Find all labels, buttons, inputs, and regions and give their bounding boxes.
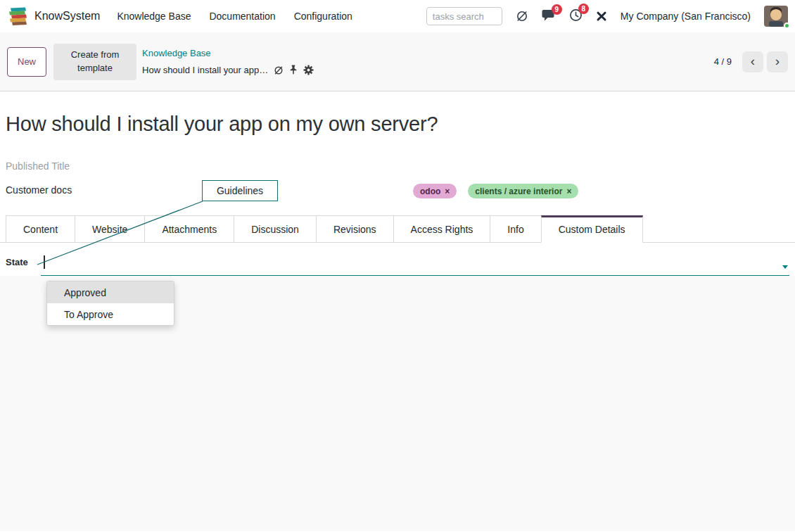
new-button[interactable]: New [7, 47, 46, 77]
state-label: State [6, 257, 28, 267]
state-field-row: State [0, 249, 795, 276]
article-title[interactable]: How should I install your app on my own … [6, 113, 438, 136]
slashed-circle-icon[interactable] [274, 65, 284, 75]
text-cursor [44, 255, 45, 269]
tab-access-rights[interactable]: Access Rights [393, 215, 491, 242]
remove-tag-icon[interactable]: × [445, 186, 450, 196]
search-input[interactable] [426, 7, 502, 25]
tab-revisions[interactable]: Revisions [316, 215, 394, 242]
top-navbar: KnowSystem Knowledge Base Documentation … [0, 0, 795, 32]
pager-next-button[interactable]: › [767, 51, 788, 72]
state-input[interactable] [46, 253, 775, 272]
systray: 9 8 My Company (San Francisco) [426, 6, 788, 27]
category-field[interactable]: Customer docs [6, 183, 72, 198]
messages-button[interactable]: 9 [542, 9, 556, 24]
pager-previous-button[interactable]: ‹ [742, 51, 763, 72]
knowsystem-app: KnowSystem Knowledge Base Documentation … [0, 0, 795, 532]
published-title-input[interactable] [6, 160, 245, 172]
dropdown-option-approved[interactable]: Approved [47, 281, 174, 303]
pin-icon[interactable] [289, 65, 298, 75]
breadcrumb: Knowledge Base How should I install your… [142, 48, 314, 75]
pager-value[interactable]: 4 / 9 [714, 56, 732, 67]
tag-label: clients / azure interior [475, 186, 562, 196]
tab-website[interactable]: Website [75, 215, 145, 242]
menu-documentation[interactable]: Documentation [209, 11, 275, 22]
messages-count-badge: 9 [552, 4, 562, 15]
breadcrumb-parent-link[interactable]: Knowledge Base [142, 48, 314, 58]
remove-tag-icon[interactable]: × [566, 186, 571, 196]
app-name[interactable]: KnowSystem [34, 10, 100, 23]
slashed-circle-icon[interactable] [516, 10, 528, 23]
breadcrumb-current: How should I install your app… [142, 65, 268, 75]
main-menu: Knowledge Base Documentation Configurati… [117, 11, 352, 22]
tag-pill[interactable]: odoo × [413, 184, 457, 198]
tag-label: odoo [420, 186, 440, 196]
menu-configuration[interactable]: Configuration [294, 11, 352, 22]
tab-info[interactable]: Info [490, 215, 541, 242]
control-panel: New Create from template Knowledge Base … [0, 32, 795, 91]
tab-attachments[interactable]: Attachments [144, 215, 234, 242]
activities-button[interactable]: 8 [569, 8, 583, 24]
dropdown-option-to-approve[interactable]: To Approve [47, 303, 174, 325]
form-sheet: How should I install your app on my own … [0, 91, 795, 531]
notebook-tabs: Content Website Attachments Discussion R… [0, 215, 795, 243]
chevron-down-icon[interactable] [782, 265, 788, 269]
tab-content[interactable]: Content [6, 215, 75, 242]
online-status-dot [784, 23, 790, 29]
state-combobox[interactable] [41, 249, 789, 276]
create-from-template-button[interactable]: Create from template [53, 44, 136, 80]
tag-list: odoo × clients / azure interior × [413, 184, 578, 198]
user-avatar[interactable] [764, 6, 788, 27]
company-switcher[interactable]: My Company (San Francisco) [621, 11, 751, 22]
tab-custom-details[interactable]: Custom Details [541, 215, 643, 243]
app-logo-icon [7, 7, 28, 26]
tab-discussion[interactable]: Discussion [234, 215, 317, 242]
activities-count-badge: 8 [578, 4, 589, 14]
tools-icon[interactable] [596, 11, 607, 22]
tag-pill[interactable]: clients / azure interior × [468, 184, 578, 198]
pager: 4 / 9 ‹ › [714, 51, 788, 72]
gear-icon[interactable] [303, 65, 314, 75]
state-dropdown: Approved To Approve [46, 281, 174, 326]
guidelines-callout: Guidelines [202, 180, 278, 201]
menu-knowledge-base[interactable]: Knowledge Base [117, 11, 191, 22]
